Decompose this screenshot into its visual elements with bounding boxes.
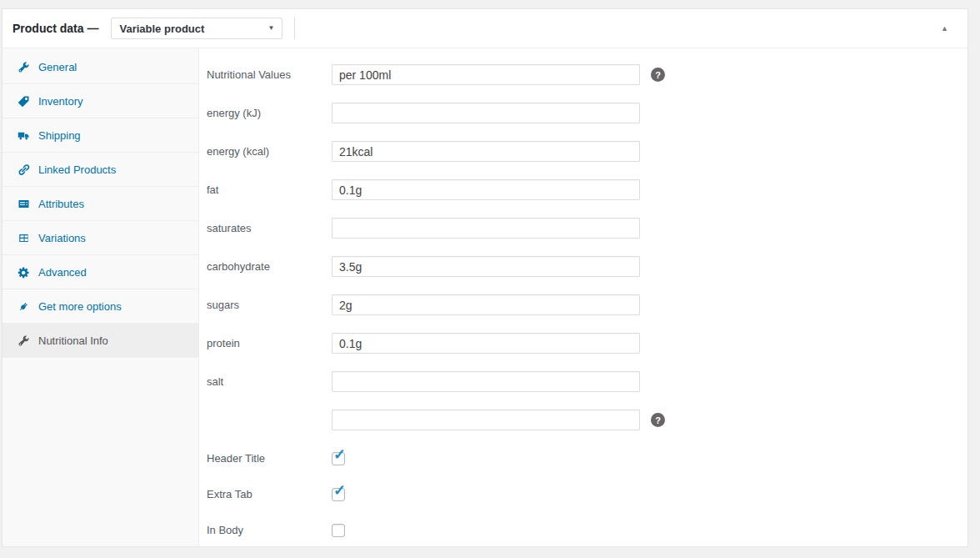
tab-advanced[interactable]: Advanced [2,255,198,289]
tab-label: Linked Products [38,163,116,176]
in-body-checkbox[interactable]: ✓ [332,524,345,537]
field-label: protein [207,337,332,349]
tab-linked-products[interactable]: Linked Products [2,153,198,187]
tab-nutritional-info[interactable]: Nutritional Info [2,324,198,358]
product-data-title: Product data — [12,22,98,35]
field-label: carbohydrate [207,260,332,273]
product-data-body: General Inventory Shipping Linked Produc… [2,48,968,546]
checkbox-row: Extra Tab ✓ [207,484,968,505]
collapse-toggle-button[interactable]: ▲ [933,18,956,40]
plug-icon [18,300,30,313]
saturates-input[interactable] [332,218,640,239]
help-icon[interactable]: ? [651,413,665,427]
grid-icon [18,232,30,244]
extra-tab-checkbox[interactable]: ✓ [332,488,345,501]
tab-label: Shipping [38,129,81,142]
checkmark-icon: ✓ [333,447,346,462]
tab-attributes[interactable]: Attributes [2,187,198,221]
energy-kj-input[interactable] [332,103,640,123]
tab-label: Get more options [38,300,122,313]
field-label: Header Title [207,452,332,465]
form-row: saturates [207,218,968,239]
field-label: Nutritional Values [207,68,332,81]
product-data-metabox: Product data — Variable product ▼ ▲ Gene… [2,8,968,546]
tab-shipping[interactable]: Shipping [2,118,198,153]
protein-input[interactable] [332,333,640,354]
form-row: ? [207,410,968,430]
nutritional-values-input[interactable] [332,64,640,85]
field-label: Extra Tab [207,488,332,500]
fat-input[interactable] [332,179,640,200]
field-label: energy (kcal) [207,145,332,158]
product-type-select[interactable]: Variable product ▼ [111,18,282,39]
checkbox-row: In Body ✓ [207,520,968,540]
wrench-icon [18,61,30,73]
tab-label: General [38,61,77,73]
field-label: fat [207,183,332,196]
field-label: energy (kJ) [207,107,332,119]
form-row: Nutritional Values ? [207,64,968,85]
field-label: In Body [207,524,332,536]
carbohydrate-input[interactable] [332,256,640,277]
collapse-arrow-icon: ▲ [941,24,948,33]
form-row: energy (kcal) [207,141,968,162]
product-data-header: Product data — Variable product ▼ ▲ [2,9,968,48]
wrench-icon [18,334,30,347]
form-row: energy (kJ) [207,103,968,123]
tab-label: Inventory [38,95,82,108]
product-data-tabs: General Inventory Shipping Linked Produc… [2,48,199,546]
field-label: sugars [207,299,332,311]
attributes-card-icon [18,198,30,210]
form-row: sugars [207,294,968,315]
field-label: saturates [207,222,332,234]
form-row: fat [207,179,968,200]
header-divider [294,18,295,39]
form-row: protein [207,333,968,354]
extra-unlabeled-input[interactable] [332,410,640,430]
checkmark-icon: ✓ [333,483,346,498]
product-type-selected-value: Variable product [119,23,204,35]
sugars-input[interactable] [332,294,640,315]
energy-kcal-input[interactable] [332,141,640,162]
link-icon [18,163,30,176]
tab-label: Attributes [38,198,84,210]
header-title-checkbox[interactable]: ✓ [332,452,345,465]
checkbox-row: Header Title ✓ [207,448,968,469]
tab-variations[interactable]: Variations [2,221,198,255]
gear-icon [18,266,30,279]
form-row: carbohydrate [207,256,968,277]
tab-label: Nutritional Info [38,334,108,347]
salt-input[interactable] [332,371,640,392]
tab-inventory[interactable]: Inventory [2,84,198,118]
form-row: salt [207,371,968,392]
field-label: salt [207,375,332,388]
truck-icon [18,129,30,142]
tab-general[interactable]: General [2,50,198,84]
nutritional-info-panel: Nutritional Values ? energy (kJ) energy … [199,48,968,546]
tab-get-more-options[interactable]: Get more options [2,289,198,324]
help-icon[interactable]: ? [651,68,665,82]
select-dropdown-arrow-icon: ▼ [268,25,275,32]
tab-label: Variations [38,232,86,244]
tag-icon [18,95,30,108]
tab-label: Advanced [38,266,87,279]
